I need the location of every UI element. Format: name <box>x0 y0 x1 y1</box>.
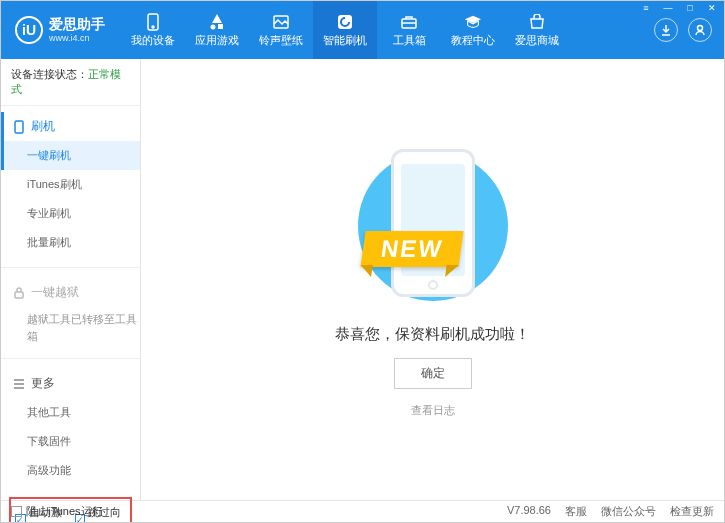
user-button[interactable] <box>688 18 712 42</box>
window-controls: ≡ — □ ✕ <box>638 3 720 13</box>
block-itunes-checkbox[interactable]: 阻止iTunes运行 <box>11 504 103 519</box>
sidebar: 设备连接状态：正常模式 刷机 一键刷机 iTunes刷机 专业刷机 批量刷机 一… <box>1 59 141 500</box>
wechat-link[interactable]: 微信公众号 <box>601 504 656 519</box>
app-title: 爱思助手 <box>49 16 105 33</box>
nav-apps[interactable]: 应用游戏 <box>185 1 249 59</box>
close-icon[interactable]: ✕ <box>704 3 720 13</box>
phone-icon <box>144 13 162 31</box>
customer-service-link[interactable]: 客服 <box>565 504 587 519</box>
nav-ringtones[interactable]: 铃声壁纸 <box>249 1 313 59</box>
success-message: 恭喜您，保资料刷机成功啦！ <box>335 325 530 344</box>
sidebar-item-batch[interactable]: 批量刷机 <box>1 228 140 257</box>
connection-status: 设备连接状态：正常模式 <box>1 59 140 106</box>
lock-icon <box>13 287 25 299</box>
download-button[interactable] <box>654 18 678 42</box>
jailbreak-note: 越狱工具已转移至工具箱 <box>1 307 140 348</box>
check-update-link[interactable]: 检查更新 <box>670 504 714 519</box>
apps-icon <box>208 13 226 31</box>
app-logo: iU 爱思助手 www.i4.cn <box>1 16 121 44</box>
svg-point-2 <box>211 24 216 29</box>
svg-rect-3 <box>218 24 223 29</box>
version-label: V7.98.66 <box>507 504 551 519</box>
svg-rect-9 <box>15 292 23 298</box>
nav-store[interactable]: 爱思商城 <box>505 1 569 59</box>
ok-button[interactable]: 确定 <box>394 358 472 389</box>
view-log-link[interactable]: 查看日志 <box>411 403 455 418</box>
main-area: 设备连接状态：正常模式 刷机 一键刷机 iTunes刷机 专业刷机 批量刷机 一… <box>1 59 724 500</box>
toolbox-icon <box>400 13 418 31</box>
hamburger-icon[interactable]: ≡ <box>638 3 654 13</box>
menu-icon <box>13 379 25 389</box>
wallpaper-icon <box>272 13 290 31</box>
svg-point-1 <box>152 26 154 28</box>
minimize-icon[interactable]: — <box>660 3 676 13</box>
graduation-icon <box>464 13 482 31</box>
sidebar-flash-header[interactable]: 刷机 <box>1 112 140 141</box>
new-ribbon: NEW <box>360 231 463 267</box>
svg-rect-8 <box>15 121 23 133</box>
logo-icon: iU <box>15 16 43 44</box>
nav-tutorials[interactable]: 教程中心 <box>441 1 505 59</box>
nav-toolbox[interactable]: 工具箱 <box>377 1 441 59</box>
sidebar-more-header[interactable]: 更多 <box>1 369 140 398</box>
maximize-icon[interactable]: □ <box>682 3 698 13</box>
content-area: NEW 恭喜您，保资料刷机成功啦！ 确定 查看日志 <box>141 59 724 500</box>
nav-my-device[interactable]: 我的设备 <box>121 1 185 59</box>
sidebar-item-other[interactable]: 其他工具 <box>1 398 140 427</box>
sidebar-item-download-fw[interactable]: 下载固件 <box>1 427 140 456</box>
sidebar-jailbreak-header: 一键越狱 <box>1 278 140 307</box>
flash-icon <box>336 13 354 31</box>
svg-point-7 <box>698 26 703 31</box>
sidebar-item-advanced[interactable]: 高级功能 <box>1 456 140 485</box>
sidebar-item-pro[interactable]: 专业刷机 <box>1 199 140 228</box>
sidebar-item-oneclick[interactable]: 一键刷机 <box>1 141 140 170</box>
store-icon <box>528 13 546 31</box>
nav-flash[interactable]: 智能刷机 <box>313 1 377 59</box>
app-header: ≡ — □ ✕ iU 爱思助手 www.i4.cn 我的设备 应用游戏 铃声壁纸… <box>1 1 724 59</box>
top-nav: 我的设备 应用游戏 铃声壁纸 智能刷机 工具箱 教程中心 爱思商城 <box>121 1 654 59</box>
header-right <box>654 18 724 42</box>
sidebar-item-itunes[interactable]: iTunes刷机 <box>1 170 140 199</box>
phone-small-icon <box>13 120 25 134</box>
app-url: www.i4.cn <box>49 33 105 44</box>
success-illustration: NEW <box>343 141 523 311</box>
